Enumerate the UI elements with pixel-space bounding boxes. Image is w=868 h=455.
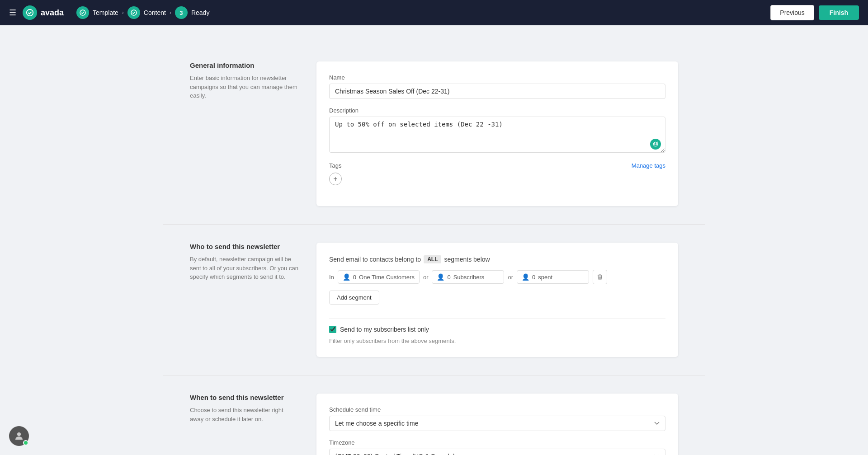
refresh-button[interactable] bbox=[650, 139, 661, 150]
segment-label-2: Subscribers bbox=[453, 274, 485, 281]
who-to-send-right: Send email to contacts belong to ALL seg… bbox=[316, 243, 678, 357]
segment-prefix: Send email to contacts belong to bbox=[329, 256, 421, 263]
logo-icon bbox=[23, 5, 37, 20]
schedule-group: Schedule send time Let me choose a speci… bbox=[329, 406, 665, 431]
schedule-select[interactable]: Let me choose a specific time bbox=[329, 416, 665, 431]
tags-row: Tags Manage tags bbox=[329, 162, 665, 169]
previous-button[interactable]: Previous bbox=[770, 5, 814, 20]
arrow-icon-2: › bbox=[170, 9, 171, 16]
in-label: In bbox=[329, 274, 334, 281]
segment-count-2: 0 bbox=[447, 274, 450, 281]
who-to-send-left: Who to send this newsletter By default, … bbox=[190, 243, 298, 357]
general-info-card: Name Description Up to 50% off on select… bbox=[316, 61, 678, 206]
who-to-send-title: Who to send this newsletter bbox=[190, 243, 298, 250]
segment-count-1: 0 bbox=[353, 274, 356, 281]
when-to-send-section: When to send this newsletter Choose to s… bbox=[163, 375, 705, 455]
content-step-icon bbox=[127, 6, 140, 19]
segment-inputs: In 👤 0 One Time Customers or 👤 0 Subscri… bbox=[329, 270, 665, 284]
filter-note: Filter only subscribers from the above s… bbox=[329, 338, 665, 344]
segment-label-1: One Time Customers bbox=[359, 274, 415, 281]
main-content: General information Enter basic informat… bbox=[163, 25, 705, 455]
when-to-send-card: Schedule send time Let me choose a speci… bbox=[316, 394, 678, 455]
tags-label: Tags bbox=[329, 162, 341, 169]
manage-tags-link[interactable]: Manage tags bbox=[632, 162, 665, 169]
who-to-send-card: Send email to contacts belong to ALL seg… bbox=[316, 243, 678, 357]
general-info-section: General information Enter basic informat… bbox=[163, 43, 705, 225]
breadcrumb-template: Template bbox=[76, 6, 118, 19]
general-info-title: General information bbox=[190, 61, 298, 69]
who-to-send-section: Who to send this newsletter By default, … bbox=[163, 225, 705, 375]
name-field-group: Name bbox=[329, 74, 665, 99]
finish-button[interactable]: Finish bbox=[819, 5, 859, 20]
timezone-label: Timezone bbox=[329, 439, 665, 446]
who-to-send-desc: By default, newsletter campaign will be … bbox=[190, 255, 298, 281]
subscribers-only-row: Send to my subscribers list only bbox=[329, 326, 665, 333]
general-info-right: Name Description Up to 50% off on select… bbox=[316, 61, 678, 206]
svg-point-0 bbox=[27, 9, 33, 16]
description-label: Description bbox=[329, 107, 665, 114]
general-info-left: General information Enter basic informat… bbox=[190, 61, 298, 206]
segment-label-3: spent bbox=[538, 274, 552, 281]
user-avatar[interactable] bbox=[9, 426, 29, 446]
when-to-send-title: When to send this newsletter bbox=[190, 394, 298, 401]
name-label: Name bbox=[329, 74, 665, 81]
segment-count-3: 0 bbox=[532, 274, 535, 281]
template-step-icon bbox=[76, 6, 89, 19]
online-indicator bbox=[23, 440, 28, 446]
add-tag-button[interactable]: + bbox=[329, 173, 342, 185]
breadcrumb: Template › Content › 3 Ready bbox=[76, 6, 770, 19]
breadcrumb-content: Content bbox=[127, 6, 166, 19]
timezone-select[interactable]: (GMT-06: 00) Central Time (US & Canada) bbox=[329, 449, 665, 455]
subscribers-dropdown[interactable]: 👤 0 Subscribers bbox=[432, 270, 504, 284]
tags-group: Tags Manage tags + bbox=[329, 162, 665, 185]
segment-suffix: segments below bbox=[444, 256, 490, 263]
top-navigation: ☰ avada Template › Content › 3 Ready Pre… bbox=[0, 0, 868, 25]
nav-actions: Previous Finish bbox=[770, 5, 859, 20]
spent-dropdown[interactable]: 👤 0 spent bbox=[517, 270, 589, 284]
when-to-send-desc: Choose to send this newsletter right awa… bbox=[190, 406, 298, 423]
schedule-label: Schedule send time bbox=[329, 406, 665, 413]
name-input[interactable] bbox=[329, 84, 665, 99]
breadcrumb-ready: 3 Ready bbox=[175, 6, 209, 19]
delete-segment-button[interactable] bbox=[593, 270, 607, 284]
people-icon-3: 👤 bbox=[522, 273, 529, 281]
add-segment-button[interactable]: Add segment bbox=[329, 291, 379, 305]
content-label: Content bbox=[144, 9, 166, 16]
subscribers-only-checkbox[interactable] bbox=[329, 326, 336, 333]
description-wrapper: Up to 50% off on selected items (Dec 22 … bbox=[329, 117, 665, 154]
timezone-group: Timezone (GMT-06: 00) Central Time (US &… bbox=[329, 439, 665, 455]
or-1: or bbox=[423, 274, 429, 281]
all-badge[interactable]: ALL bbox=[424, 255, 441, 263]
general-info-desc: Enter basic information for newsletter c… bbox=[190, 74, 298, 100]
people-icon-1: 👤 bbox=[343, 273, 350, 281]
when-to-send-right: Schedule send time Let me choose a speci… bbox=[316, 394, 678, 455]
menu-icon[interactable]: ☰ bbox=[9, 8, 16, 18]
ready-label: Ready bbox=[191, 9, 209, 16]
segment-text: Send email to contacts belong to ALL seg… bbox=[329, 255, 665, 263]
subscribers-only-label: Send to my subscribers list only bbox=[340, 326, 429, 333]
logo-text: avada bbox=[41, 8, 64, 18]
logo: avada bbox=[23, 5, 64, 20]
template-label: Template bbox=[93, 9, 118, 16]
arrow-icon-1: › bbox=[122, 9, 124, 16]
when-to-send-left: When to send this newsletter Choose to s… bbox=[190, 394, 298, 455]
divider bbox=[329, 318, 665, 319]
or-2: or bbox=[508, 274, 513, 281]
description-input[interactable]: Up to 50% off on selected items (Dec 22 … bbox=[329, 117, 665, 153]
description-field-group: Description Up to 50% off on selected it… bbox=[329, 107, 665, 154]
svg-point-3 bbox=[17, 432, 21, 436]
one-time-customers-dropdown[interactable]: 👤 0 One Time Customers bbox=[338, 270, 420, 284]
people-icon-2: 👤 bbox=[437, 273, 444, 281]
ready-step-num: 3 bbox=[175, 6, 188, 19]
